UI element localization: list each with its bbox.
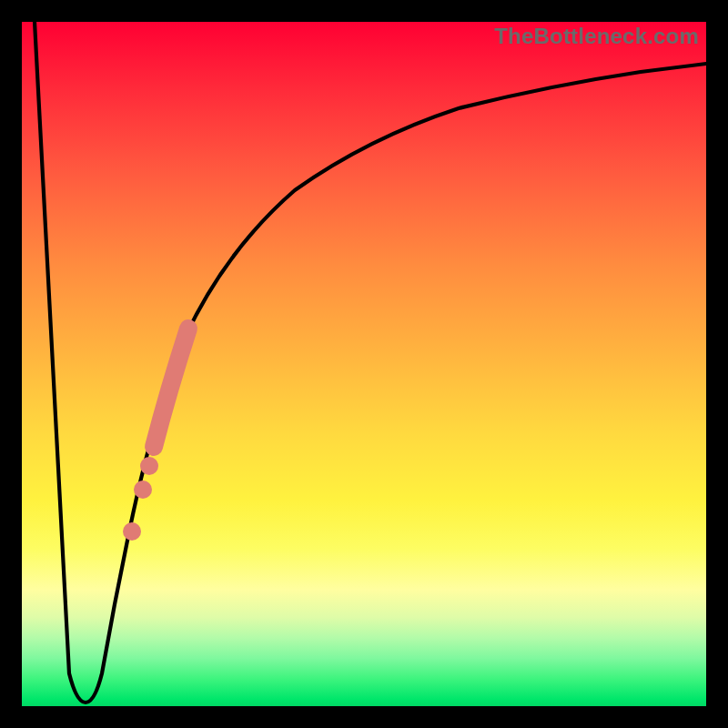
chart-plot-area: TheBottleneck.com	[22, 22, 706, 706]
highlight-dot	[134, 480, 152, 499]
highlight-dot	[123, 522, 141, 541]
chart-frame: TheBottleneck.com	[0, 0, 728, 728]
highlight-dot	[140, 457, 158, 475]
bottleneck-curve	[35, 22, 706, 703]
highlight-segment	[154, 329, 188, 447]
chart-svg	[22, 22, 706, 706]
